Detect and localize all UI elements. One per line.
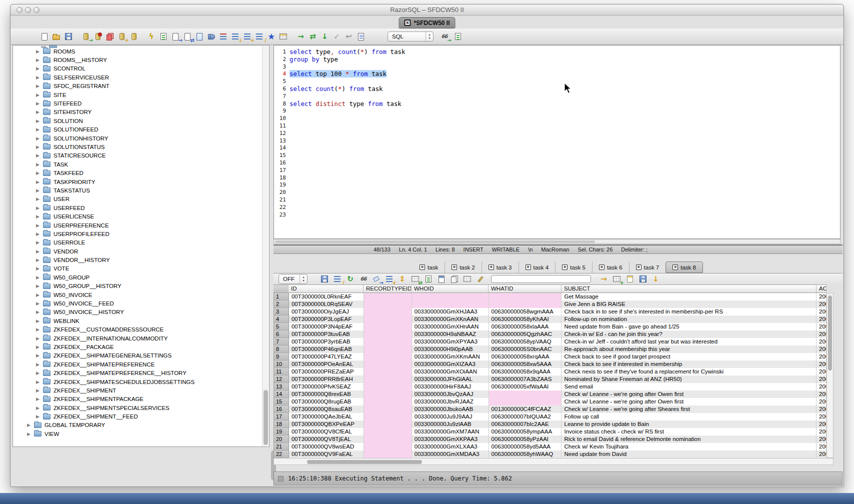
table-cell[interactable]	[489, 293, 562, 300]
table-cell[interactable]: 200	[816, 406, 826, 413]
code-line[interactable]	[290, 182, 405, 189]
disclosure-triangle-icon[interactable]: ▶	[36, 240, 41, 245]
table-cell[interactable]: 0033000000GmXPYAA3	[412, 338, 489, 346]
result-tab-task-2[interactable]: ×task 2	[444, 262, 482, 273]
table-cell[interactable]: 00630000005QgzhAAC	[489, 330, 562, 338]
row-number-cell[interactable]: 3	[274, 308, 289, 316]
table-cell[interactable]: 0033000000H9i0pAAB	[412, 346, 489, 353]
table-cell[interactable]	[489, 300, 562, 308]
go-forward-icon[interactable]: →	[296, 32, 306, 42]
code-line[interactable]	[290, 93, 405, 100]
table-row[interactable]: 300T3000000OiyJgEAJ0033000000GmXHJAA3006…	[274, 308, 826, 316]
table-cell[interactable]	[489, 390, 562, 398]
disclosure-triangle-icon[interactable]: ▶	[36, 49, 41, 54]
table-cell[interactable]: 0033000000JFhGlAAL	[412, 376, 489, 383]
table-cell[interactable]	[364, 383, 412, 390]
tree-table-item[interactable]: ▶ZKFEDEX__SHIPMATESCHEDULEDJOBSSETTINGS	[13, 378, 269, 386]
result-tab-task-3[interactable]: ×task 3	[482, 262, 518, 273]
table-row[interactable]: 1300T3000000PfvKSEAZ0033000000HirF8AAJ00…	[274, 383, 826, 390]
tree-table-item[interactable]: ▶W50_INVOICE	[13, 290, 269, 299]
close-tab-icon[interactable]: ×	[420, 264, 425, 270]
code-line[interactable]	[290, 167, 405, 174]
table-cell[interactable]: 00T3000000L0RknEAF	[289, 293, 364, 300]
disclosure-triangle-icon[interactable]: ▶	[36, 75, 41, 80]
row-number-cell[interactable]: 15	[274, 398, 289, 406]
code-line[interactable]	[290, 204, 405, 212]
disclosure-triangle-icon[interactable]: ▶	[36, 84, 41, 88]
tree-table-item[interactable]: ▶TASKPRIORITY	[13, 178, 269, 186]
table-cell[interactable]: Check-in w/ Jeff - couldn't afford last …	[562, 338, 816, 346]
table-row[interactable]: 1800T3000000QBXPeEAP0033000000Ju9zlAAB00…	[274, 420, 826, 428]
disclosure-triangle-icon[interactable]: ▶	[36, 292, 41, 298]
code-line[interactable]	[290, 212, 405, 219]
tree-table-item[interactable]: ▶SOLUTION	[13, 116, 269, 125]
row-number-cell[interactable]: 2	[274, 300, 289, 308]
table-cell[interactable]: 006300000058x9qAAA	[489, 368, 562, 376]
table-cell[interactable]: 00T3000000P46qnEAB	[289, 346, 364, 353]
table-cell[interactable]: 006300000058yKhAAI	[489, 316, 562, 323]
view-cell-icon[interactable]: 66	[358, 274, 368, 284]
table-cell[interactable]: Send email	[562, 383, 816, 390]
table-cell[interactable]	[364, 428, 412, 436]
table-cell[interactable]	[364, 293, 412, 300]
tree-table-item[interactable]: ▶ZKFEDEX__SHIPMENT__FEED	[13, 412, 269, 420]
code-line[interactable]	[290, 189, 405, 196]
table-cell[interactable]: 200	[816, 293, 826, 300]
table-cell[interactable]: 00T3000000QV8TjEAL	[289, 436, 364, 443]
disclosure-triangle-icon[interactable]: ▶	[27, 422, 32, 428]
table-cell[interactable]: 200	[816, 390, 826, 398]
table-cell[interactable]: 0033000000GmXOiAAN	[412, 368, 489, 376]
tree-table-item[interactable]: ▶ZKFEDEX__CUSTOMADDRESSSOURCE	[13, 326, 269, 334]
tree-table-item[interactable]: ▶SITEFEED	[13, 99, 269, 108]
table-cell[interactable]: 200	[816, 360, 826, 368]
table-cell[interactable]	[364, 323, 412, 330]
table-cell[interactable]: 00T3000000OiyJgEAJ	[289, 308, 364, 316]
table-cell[interactable]: 00T3000000QBXPeEAP	[289, 420, 364, 428]
tree-table-item[interactable]: ▶USER	[13, 195, 269, 204]
code-line[interactable]	[290, 122, 405, 130]
table-cell[interactable]	[364, 436, 412, 443]
code-line[interactable]	[290, 115, 405, 122]
result-tab-task-7[interactable]: ×task 7	[629, 262, 666, 273]
disclosure-triangle-icon[interactable]: ▶	[36, 180, 41, 184]
table-cell[interactable]: Need update from Bain - gave go ahead 1/…	[562, 323, 816, 330]
code-line[interactable]	[290, 196, 405, 204]
disclosure-triangle-icon[interactable]: ▶	[36, 318, 41, 324]
table-cell[interactable]: 200	[816, 308, 826, 316]
disclosure-triangle-icon[interactable]: ▶	[36, 414, 41, 419]
insert-row-icon[interactable]: +	[612, 274, 622, 284]
tree-table-item[interactable]: ▶SFDC_REGISTRANT	[13, 82, 269, 90]
query-builder-icon[interactable]	[278, 32, 288, 42]
open-file-icon[interactable]	[52, 32, 61, 42]
expand-rows-icon[interactable]: +	[384, 274, 394, 284]
tree-table-item[interactable]: ▶USERROLE	[13, 238, 269, 247]
table-cell[interactable]: 200	[816, 420, 826, 428]
tree-table-item[interactable]: ▶STATICRESOURCE	[13, 152, 269, 160]
tree-table-item[interactable]: ▶USERPROFILEFEED	[13, 230, 269, 238]
table-cell[interactable]	[364, 300, 412, 308]
table-cell[interactable]: Re-approach about membership this year	[562, 346, 816, 353]
disclosure-triangle-icon[interactable]: ▶	[36, 92, 41, 98]
statement-type-select[interactable]: SQL ▴▾	[388, 32, 434, 42]
table-cell[interactable]: 0013000000C4fFCAAZ	[489, 406, 562, 413]
table-cell[interactable]: 006300000058wgmAAA	[489, 308, 562, 316]
table-cell[interactable]	[364, 360, 412, 368]
row-number-cell[interactable]: 12	[274, 376, 289, 383]
table-cell[interactable]: 00T3000000P3tuvEAB	[289, 330, 364, 338]
row-number-cell[interactable]: 4	[274, 316, 289, 323]
row-number-cell[interactable]: 19	[274, 428, 289, 436]
table-row[interactable]: 800T3000000P46qnEAB0033000000H9i0pAAB006…	[274, 346, 826, 353]
database-icon[interactable]	[129, 32, 138, 42]
table-cell[interactable]: 200	[816, 346, 826, 353]
table-cell[interactable]: 0033000000GmXMDAA3	[412, 450, 489, 458]
row-number-cell[interactable]: 17	[274, 413, 289, 420]
tree-table-item[interactable]: ▶ROOMS__HISTORY	[13, 56, 269, 64]
new-file-icon[interactable]	[40, 32, 49, 42]
tree-scrollbar[interactable]	[262, 46, 268, 446]
indent-left-icon[interactable]: ↓	[230, 32, 240, 42]
code-line[interactable]	[290, 138, 405, 145]
table-cell[interactable]: 00T3000000PfvKSEAZ	[289, 383, 364, 390]
tree-table-item[interactable]: ▶ZKFEDEX__SHIPMENTPACKAGE	[13, 395, 269, 404]
tree-table-item[interactable]: ▶ZKFEDEX__INTERNATIONALCOMMODITY	[13, 334, 269, 342]
format-query-icon[interactable]: /	[254, 32, 264, 42]
